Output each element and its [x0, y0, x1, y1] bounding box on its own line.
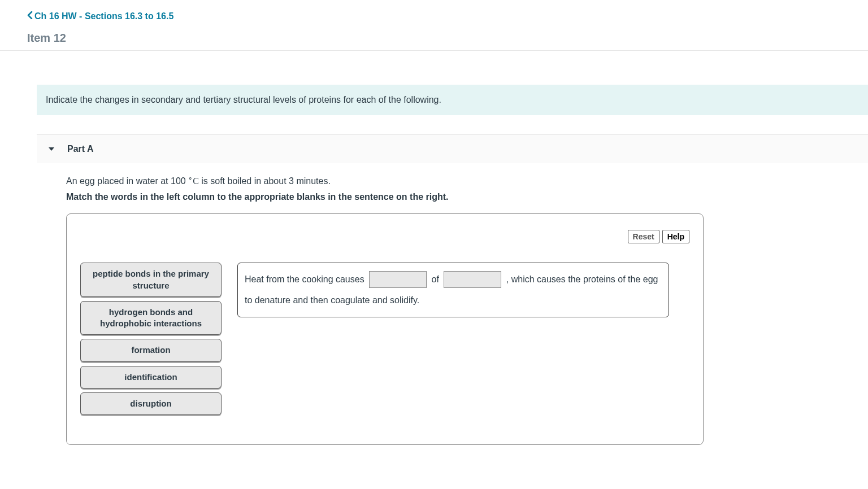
- degree-symbol: ∘: [188, 174, 193, 182]
- drop-slot-2[interactable]: [444, 271, 501, 288]
- chevron-left-icon: [27, 11, 34, 21]
- drag-source-column: peptide bonds in the primary structure h…: [80, 263, 222, 415]
- drop-slot-1[interactable]: [369, 271, 427, 288]
- back-link[interactable]: Ch 16 HW - Sections 16.3 to 16.5: [27, 11, 173, 21]
- part-label: Part A: [67, 144, 94, 154]
- drag-item[interactable]: identification: [80, 366, 222, 388]
- context-suffix: is soft boiled in about 3 minutes.: [199, 176, 331, 186]
- drag-item[interactable]: disruption: [80, 392, 222, 415]
- context-prefix: An egg placed in water at 100: [66, 176, 188, 186]
- part-a-header[interactable]: Part A: [37, 134, 868, 163]
- item-title: Item 12: [27, 32, 841, 45]
- sentence-seg1: Heat from the cooking causes: [245, 275, 367, 285]
- back-link-label: Ch 16 HW - Sections 16.3 to 16.5: [34, 11, 173, 21]
- question-prompt: Indicate the changes in secondary and te…: [37, 85, 868, 115]
- reset-button[interactable]: Reset: [628, 230, 659, 243]
- part-context: An egg placed in water at 100 ∘C is soft…: [66, 174, 868, 186]
- help-button[interactable]: Help: [662, 230, 689, 243]
- drop-sentence: Heat from the cooking causes of , which …: [237, 263, 669, 317]
- drag-item[interactable]: formation: [80, 339, 222, 361]
- activity-box: Reset Help peptide bonds in the primary …: [66, 213, 704, 445]
- part-instruction: Match the words in the left column to th…: [66, 192, 868, 202]
- drag-item[interactable]: hydrogen bonds and hydrophobic interacti…: [80, 301, 222, 335]
- drag-item[interactable]: peptide bonds in the primary structure: [80, 263, 222, 297]
- sentence-seg2: of: [432, 275, 442, 285]
- caret-down-icon: [48, 146, 55, 152]
- context-unit: C: [193, 176, 199, 186]
